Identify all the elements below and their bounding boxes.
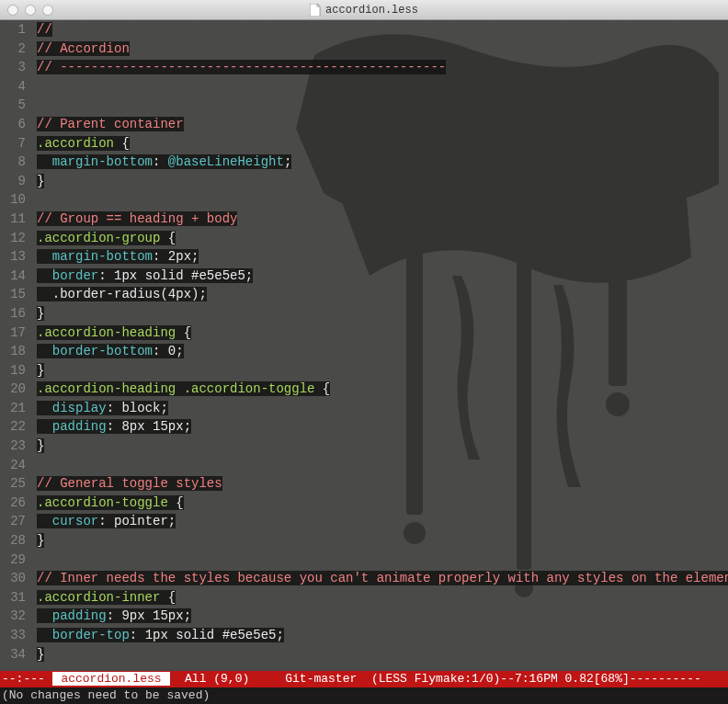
zoom-button[interactable] xyxy=(42,5,53,16)
line-number: 33 xyxy=(0,626,26,645)
code-line[interactable]: margin-bottom: @baseLineHeight; xyxy=(37,153,728,172)
code-line[interactable]: } xyxy=(37,361,728,380)
line-number: 13 xyxy=(0,247,26,267)
code-line[interactable] xyxy=(37,456,728,475)
line-number: 15 xyxy=(0,285,26,304)
code-line[interactable]: } xyxy=(37,172,728,191)
line-number: 24 xyxy=(0,456,26,475)
code-line[interactable]: cursor: pointer; xyxy=(37,512,728,531)
window-title-text: accordion.less xyxy=(325,4,418,17)
code-line[interactable]: // -------------------------------------… xyxy=(37,58,728,77)
code-line[interactable]: .accordion-toggle { xyxy=(37,494,728,513)
line-number: 30 xyxy=(0,569,26,588)
line-number: 7 xyxy=(0,134,26,153)
window-title: accordion.less xyxy=(310,4,418,17)
line-number: 34 xyxy=(0,645,26,664)
line-number: 19 xyxy=(0,361,26,380)
code-line[interactable]: // xyxy=(37,20,728,40)
line-number: 32 xyxy=(0,607,26,626)
editor-area[interactable]: 1234567891011121314151617181920212223242… xyxy=(0,20,728,671)
line-number: 31 xyxy=(0,588,26,607)
line-number: 28 xyxy=(0,531,26,551)
close-button[interactable] xyxy=(7,5,18,16)
code-line[interactable]: // General toggle styles xyxy=(37,474,728,494)
line-number: 29 xyxy=(0,551,26,570)
code-line[interactable] xyxy=(37,190,728,210)
line-number: 2 xyxy=(0,40,26,59)
line-number: 20 xyxy=(0,380,26,399)
minibuffer: (No changes need to be saved) xyxy=(0,687,728,704)
line-number: 22 xyxy=(0,417,26,437)
line-number: 14 xyxy=(0,267,26,286)
line-number: 11 xyxy=(0,210,26,229)
line-number: 1 xyxy=(0,20,26,40)
code-line[interactable]: // Group == heading + body xyxy=(37,210,728,229)
code-content[interactable]: //// Accordion// -----------------------… xyxy=(37,20,728,664)
line-number: 25 xyxy=(0,474,26,494)
code-line[interactable] xyxy=(37,551,728,570)
code-line[interactable]: // Accordion xyxy=(37,40,728,59)
line-number: 17 xyxy=(0,324,26,343)
code-line[interactable] xyxy=(37,96,728,115)
line-number: 10 xyxy=(0,190,26,210)
code-line[interactable]: .border-radius(4px); xyxy=(37,285,728,304)
code-line[interactable]: // Parent container xyxy=(37,115,728,134)
code-line[interactable]: padding: 9px 15px; xyxy=(37,607,728,626)
code-line[interactable]: .accordion-heading .accordion-toggle { xyxy=(37,380,728,399)
line-number: 26 xyxy=(0,494,26,513)
line-number: 8 xyxy=(0,153,26,172)
code-line[interactable]: } xyxy=(37,304,728,324)
line-number: 6 xyxy=(0,115,26,134)
line-number: 9 xyxy=(0,172,26,191)
line-number: 12 xyxy=(0,229,26,248)
code-line[interactable]: border-bottom: 0; xyxy=(37,342,728,361)
code-line[interactable]: .accordion { xyxy=(37,134,728,153)
document-icon xyxy=(310,4,321,17)
modeline-filename: accordion.less xyxy=(52,672,171,686)
code-line[interactable]: } xyxy=(37,437,728,456)
line-number: 23 xyxy=(0,437,26,456)
line-number: 21 xyxy=(0,399,26,418)
line-number: 16 xyxy=(0,304,26,324)
minimize-button[interactable] xyxy=(25,5,36,16)
code-line[interactable]: } xyxy=(37,645,728,664)
code-line[interactable] xyxy=(37,77,728,97)
code-line[interactable]: .accordion-inner { xyxy=(37,588,728,607)
line-number: 27 xyxy=(0,512,26,531)
code-line[interactable]: } xyxy=(37,531,728,551)
code-line[interactable]: display: block; xyxy=(37,399,728,418)
code-line[interactable]: margin-bottom: 2px; xyxy=(37,247,728,267)
line-number: 18 xyxy=(0,342,26,361)
code-line[interactable]: .accordion-group { xyxy=(37,229,728,248)
line-number: 4 xyxy=(0,77,26,97)
line-number: 5 xyxy=(0,96,26,115)
code-line[interactable]: border: 1px solid #e5e5e5; xyxy=(37,267,728,286)
code-line[interactable]: // Inner needs the styles because you ca… xyxy=(37,569,728,588)
line-number: 3 xyxy=(0,58,26,77)
window-titlebar: accordion.less xyxy=(0,0,728,20)
line-number-gutter: 1234567891011121314151617181920212223242… xyxy=(0,20,31,664)
code-line[interactable]: padding: 8px 15px; xyxy=(37,417,728,437)
code-line[interactable]: .accordion-heading { xyxy=(37,324,728,343)
modeline: --:--- accordion.less All (9,0) Git-mast… xyxy=(0,671,728,687)
code-line[interactable]: border-top: 1px solid #e5e5e5; xyxy=(37,626,728,645)
traffic-lights xyxy=(7,5,53,16)
